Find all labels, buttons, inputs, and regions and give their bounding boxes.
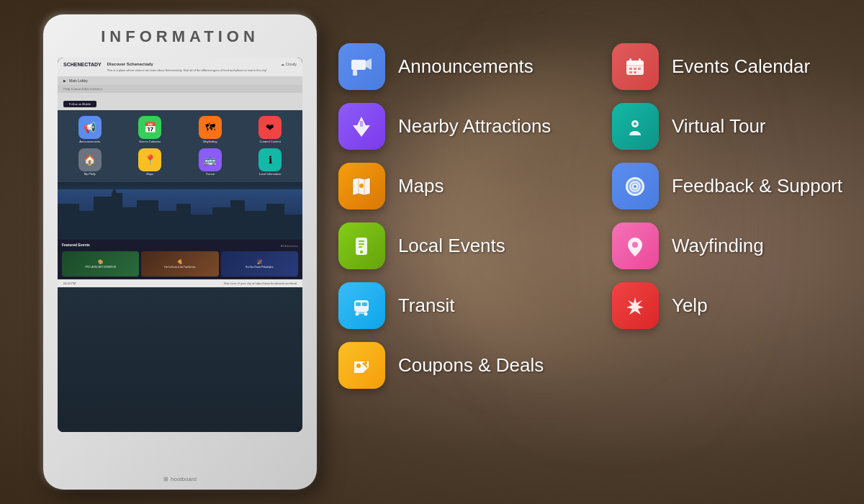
- featured-item-3[interactable]: 🎉Boo Bus Roads Philadelphia: [221, 251, 298, 276]
- featured-grid: 🎨PRO-LATINO ART EXHIBITION 🍕Che Cal book…: [62, 251, 298, 276]
- svg-rect-9: [191, 215, 212, 240]
- maps-svg: [348, 174, 374, 199]
- svg-rect-22: [359, 240, 364, 242]
- screen-icons-grid: 📢 Announcements 📅 Events Calendar 🗺 Wayf…: [58, 110, 302, 182]
- announcements-menu-icon: [338, 43, 385, 90]
- menu-item-wayfinding[interactable]: Wayfinding: [612, 222, 842, 269]
- yelp-label: Yelp: [672, 294, 708, 317]
- kiosk-title: INFORMATION: [101, 27, 259, 46]
- menu-item-feedback-support[interactable]: Feedback & Support: [612, 163, 842, 210]
- svg-rect-8: [176, 204, 191, 240]
- announcements-label: Announcements: [398, 55, 534, 78]
- svg-rect-12: [245, 211, 266, 240]
- maps-label: Maps: [398, 175, 444, 197]
- menu-item-transit[interactable]: Transit: [338, 282, 569, 329]
- events-calendar-label: Events Calendar: [672, 55, 810, 78]
- coupons-deals-menu-icon: [338, 342, 385, 389]
- virtual-tour-svg: [622, 114, 648, 140]
- city-svg: [58, 189, 302, 240]
- kiosk-screen[interactable]: SCHENECTADY Discover Schenectady This is…: [58, 58, 302, 432]
- follow-button[interactable]: Follow on Mobile: [63, 101, 96, 107]
- coupons-svg: [348, 353, 374, 379]
- menu-item-local-events[interactable]: Local Events: [338, 222, 569, 269]
- nearby-attractions-svg: [348, 114, 374, 140]
- svg-rect-6: [137, 200, 158, 240]
- local-events-label: Local Events: [398, 235, 505, 257]
- screen-icon-announcements[interactable]: 📢 Announcements: [62, 116, 118, 144]
- svg-rect-39: [639, 58, 641, 63]
- brand-label: hootboard: [171, 476, 197, 482]
- svg-rect-44: [634, 71, 636, 73]
- kiosk-stand: ⊞ hootboard: [163, 476, 197, 482]
- screen-time: 04:44 PM: [63, 282, 76, 285]
- maps-icon-box: 📍: [138, 148, 161, 171]
- yelp-svg: [622, 293, 648, 319]
- feedback-svg: [622, 174, 648, 199]
- svg-rect-4: [112, 193, 122, 240]
- follow-area: Follow on Mobile: [58, 93, 302, 110]
- svg-rect-10: [212, 207, 230, 240]
- screen-icon-curated[interactable]: ❤ Curated Content: [243, 116, 299, 144]
- svg-rect-11: [230, 200, 245, 240]
- announcements-svg: [348, 54, 374, 80]
- kiosk-brand: ⊞ hootboard: [163, 476, 197, 482]
- featured-title: Featured Events: [62, 243, 90, 247]
- curated-icon-box: ❤: [258, 116, 282, 139]
- transit-label: Transit: [398, 294, 455, 317]
- featured-item-1[interactable]: 🎨PRO-LATINO ART EXHIBITION: [62, 251, 139, 276]
- transit-menu-icon: [338, 282, 385, 329]
- menu-item-virtual-tour[interactable]: Virtual Tour: [612, 103, 842, 150]
- menu-item-announcements[interactable]: Announcements: [338, 43, 569, 90]
- svg-rect-24: [359, 246, 362, 248]
- svg-point-32: [356, 364, 361, 368]
- screen-icon-events[interactable]: 📅 Events Calendar: [122, 116, 179, 144]
- screen-featured-section: Featured Events All Attractions 🎨PRO-LAT…: [58, 240, 302, 279]
- announcements-icon-box: 📢: [78, 116, 102, 139]
- screen-weather: ☁ Cloudy: [281, 62, 297, 66]
- svg-point-34: [364, 361, 367, 364]
- transit-svg: [348, 293, 374, 319]
- events-calendar-menu-icon: [612, 43, 659, 90]
- svg-rect-19: [360, 121, 363, 127]
- featured-item-2[interactable]: 🍕Che Cal book at the Franklin Inst.: [141, 251, 218, 276]
- screen-content: SCHENECTADY Discover Schenectady This is…: [58, 58, 302, 432]
- svg-rect-3: [94, 197, 112, 240]
- screen-icon-transit[interactable]: 🚌 Transit: [182, 148, 238, 176]
- kiosk-body: INFORMATION SCHENECTADY Discover Schenec…: [43, 14, 317, 490]
- screen-icon-local[interactable]: ℹ Local Information: [243, 148, 299, 176]
- menu-item-coupons-deals[interactable]: Coupons & Deals: [338, 342, 569, 389]
- svg-rect-13: [266, 204, 284, 240]
- svg-rect-41: [634, 68, 636, 70]
- svg-rect-43: [629, 71, 632, 73]
- wayfinding-label: Wayfinding: [672, 235, 764, 257]
- svg-rect-28: [362, 302, 367, 306]
- svg-rect-31: [356, 312, 366, 314]
- menu-item-nearby-attractions[interactable]: Nearby Attractions: [338, 103, 569, 150]
- city-name-label: Discover Schenectady: [107, 62, 275, 68]
- screen-bottom-bar: 04:44 PM Visit more of your city at http…: [58, 279, 302, 287]
- svg-rect-7: [158, 211, 176, 240]
- svg-rect-5: [122, 207, 137, 240]
- screen-icon-maps[interactable]: 📍 Maps: [122, 148, 179, 176]
- feedback-support-menu-icon: [612, 163, 659, 210]
- svg-point-25: [359, 250, 364, 254]
- screen-icon-myphilly[interactable]: 🏠 My Philly: [62, 148, 118, 176]
- svg-rect-40: [629, 68, 632, 70]
- kiosk: INFORMATION SCHENECTADY Discover Schenec…: [43, 14, 317, 490]
- svg-rect-18: [353, 70, 357, 76]
- wayfinding-svg: [622, 233, 648, 259]
- menu-item-yelp[interactable]: Yelp: [612, 282, 842, 329]
- menu-item-events-calendar[interactable]: Events Calendar: [612, 43, 842, 90]
- feedback-support-label: Feedback & Support: [672, 175, 842, 197]
- attractions-link[interactable]: All Attractions: [281, 244, 298, 248]
- svg-rect-1: [58, 204, 79, 240]
- svg-point-50: [634, 185, 636, 188]
- svg-point-46: [634, 122, 636, 125]
- menu-item-maps[interactable]: Maps: [338, 163, 569, 210]
- nearby-attractions-menu-icon: [338, 103, 385, 150]
- screen-icon-wayfinding[interactable]: 🗺 Wayfinding: [182, 116, 238, 144]
- svg-rect-38: [629, 58, 631, 63]
- virtual-tour-label: Virtual Tour: [672, 115, 766, 138]
- svg-marker-17: [366, 58, 372, 70]
- screen-location-bar: ▶ Main Lobby: [58, 76, 302, 85]
